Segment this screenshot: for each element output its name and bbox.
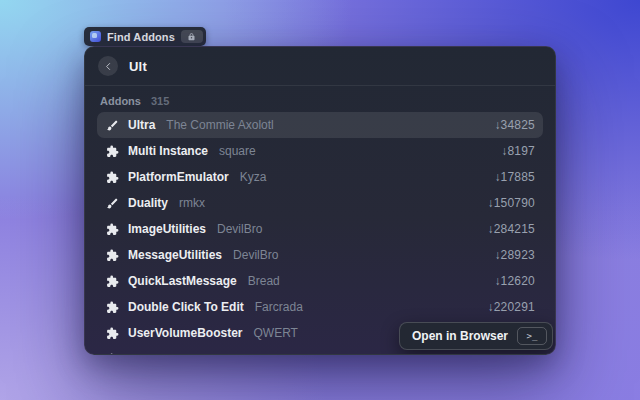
addon-name: Multi Instance	[128, 144, 208, 158]
puzzle-icon	[105, 300, 120, 315]
puzzle-icon	[105, 248, 120, 263]
addon-author: Bread	[248, 274, 280, 288]
addon-row[interactable]: ImageUtilities DevilBro ↓284215	[97, 216, 543, 242]
addon-downloads: ↓12620	[494, 274, 535, 288]
addon-name: Double Click To Edit	[128, 300, 244, 314]
addon-downloads: ↓10117	[495, 352, 535, 355]
addon-row[interactable]: Multi Instance square ↓8197	[97, 138, 543, 164]
addon-name: PlatformEmulator	[128, 170, 229, 184]
section-count: 315	[151, 95, 169, 107]
addon-name: UserVolumeBooster	[128, 326, 242, 340]
addon-author: DevilBro	[217, 222, 262, 236]
addon-name: SuppressReplyMentions	[128, 352, 268, 355]
lock-badge[interactable]	[181, 30, 203, 43]
addon-list: Ultra The Commie Axolotl ↓34825 Multi In…	[97, 112, 543, 355]
results-panel: Addons 315 Ultra The Commie Axolotl ↓348…	[85, 95, 555, 355]
puzzle-icon	[105, 274, 120, 289]
open-in-browser-label: Open in Browser	[412, 329, 508, 343]
terminal-shortcut-key: >_	[517, 327, 547, 345]
header-divider	[85, 85, 555, 86]
addon-row[interactable]: Ultra The Commie Axolotl ↓34825	[97, 112, 543, 138]
command-pill-label: Find Addons	[107, 31, 175, 43]
section-header: Addons 315	[100, 95, 540, 107]
lock-icon	[187, 32, 196, 41]
addon-row[interactable]: PlatformEmulator Kyza ↓17885	[97, 164, 543, 190]
addon-downloads: ↓150790	[488, 196, 535, 210]
search-input[interactable]	[129, 59, 542, 74]
addon-row[interactable]: Duality rmkx ↓150790	[97, 190, 543, 216]
addon-name: QuickLastMessage	[128, 274, 237, 288]
addon-browser-window: Addons 315 Ultra The Commie Axolotl ↓348…	[84, 46, 556, 355]
command-pill[interactable]: Find Addons	[84, 27, 206, 46]
addon-author: square	[219, 144, 256, 158]
addon-row[interactable]: Double Click To Edit Farcrada ↓220291	[97, 294, 543, 320]
open-in-browser-button[interactable]: Open in Browser >_	[399, 322, 553, 350]
paintbrush-icon	[105, 196, 120, 211]
addon-downloads: ↓34825	[494, 118, 535, 132]
puzzle-icon	[105, 352, 120, 356]
section-label: Addons	[100, 95, 141, 107]
addon-author: Kyza	[240, 170, 267, 184]
addon-downloads: ↓8197	[501, 144, 535, 158]
addon-author: Farcrada	[255, 300, 303, 314]
addon-author: rmkx	[179, 196, 205, 210]
find-addons-app-icon	[90, 31, 101, 42]
addon-row[interactable]: MessageUtilities DevilBro ↓28923	[97, 242, 543, 268]
addon-name: MessageUtilities	[128, 248, 222, 262]
addon-author: The Commie Axolotl	[166, 118, 273, 132]
search-bar	[85, 47, 555, 85]
addon-downloads: ↓28923	[494, 248, 535, 262]
addon-downloads: ↓284215	[488, 222, 535, 236]
addon-row[interactable]: QuickLastMessage Bread ↓12620	[97, 268, 543, 294]
addon-name: ImageUtilities	[128, 222, 206, 236]
chevron-left-icon	[104, 62, 113, 71]
puzzle-icon	[105, 326, 120, 341]
paintbrush-icon	[105, 118, 120, 133]
desktop-background: { "command_pill": { "label": "Find Addon…	[0, 0, 640, 400]
addon-name: Ultra	[128, 118, 155, 132]
addon-downloads: ↓220291	[488, 300, 535, 314]
puzzle-icon	[105, 222, 120, 237]
puzzle-icon	[105, 170, 120, 185]
back-button[interactable]	[98, 56, 118, 76]
puzzle-icon	[105, 144, 120, 159]
addon-author: Strencher	[279, 352, 331, 355]
addon-downloads: ↓17885	[494, 170, 535, 184]
addon-author: QWERT	[253, 326, 297, 340]
addon-name: Duality	[128, 196, 168, 210]
addon-author: DevilBro	[233, 248, 278, 262]
